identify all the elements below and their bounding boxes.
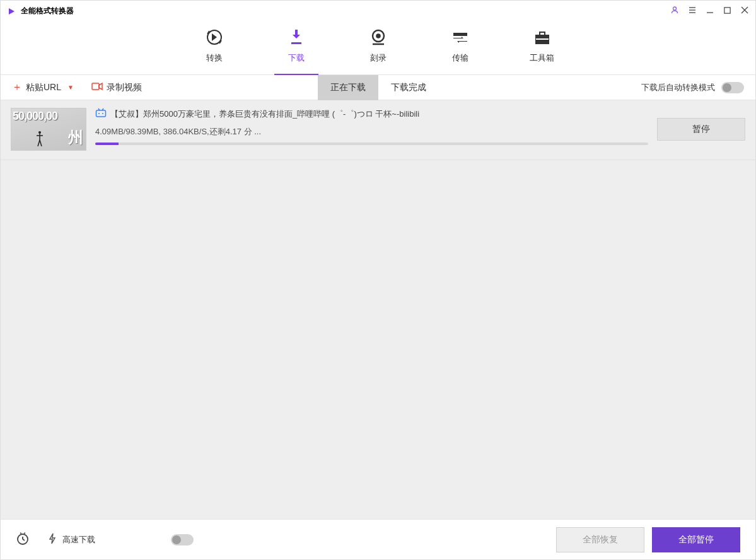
disc-icon <box>368 26 388 49</box>
svg-line-22 <box>40 140 42 146</box>
thumb-text: 50,000,00 <box>13 110 57 123</box>
nav-label: 刻录 <box>370 52 387 64</box>
main-nav: 转换 下载 刻录 传输 工具箱 <box>1 21 755 75</box>
svg-rect-17 <box>92 83 99 90</box>
menu-icon[interactable] <box>688 6 697 16</box>
nav-download[interactable]: 下载 <box>277 26 315 74</box>
toolbox-icon <box>532 26 552 49</box>
minimize-icon[interactable] <box>706 6 714 16</box>
download-progress-text: 4.09MB/98.39MB, 386.04KB/S,还剩4.17 分 ... <box>95 126 648 137</box>
svg-point-18 <box>38 131 41 134</box>
clock-icon[interactable] <box>16 532 30 547</box>
speed-toggle[interactable] <box>171 534 194 545</box>
svg-rect-13 <box>453 33 467 36</box>
video-thumbnail[interactable]: 50,000,00 州 <box>11 108 86 151</box>
download-title: 【艾叔】郑州5000万豪宅里，养条巨贵有没有排面_哔哩哔哩 (゜-゜)つロ 干杯… <box>110 108 419 120</box>
plus-icon: ＋ <box>12 81 22 94</box>
nav-convert[interactable]: 转换 <box>195 26 233 74</box>
svg-point-11 <box>376 35 380 38</box>
record-video-label: 录制视频 <box>107 82 142 93</box>
thumb-figure <box>37 131 43 146</box>
svg-point-0 <box>673 7 677 10</box>
svg-rect-9 <box>291 42 301 44</box>
convert-icon <box>204 26 224 49</box>
auto-convert-label: 下载后自动转换模式 <box>641 82 715 93</box>
app-title: 全能格式转换器 <box>21 6 74 16</box>
maximize-icon[interactable] <box>723 6 731 16</box>
bolt-icon <box>49 533 56 546</box>
nav-burn[interactable]: 刻录 <box>359 26 397 74</box>
app-logo-icon <box>7 7 16 16</box>
svg-rect-23 <box>96 110 106 117</box>
tab-label: 正在下载 <box>330 82 366 93</box>
user-icon[interactable] <box>670 6 679 16</box>
footer: 高速下载 全部恢复 全部暂停 <box>1 519 755 559</box>
bilibili-icon <box>95 108 107 120</box>
pause-button[interactable]: 暂停 <box>657 118 745 141</box>
nav-label: 工具箱 <box>530 52 554 64</box>
app-window: 全能格式转换器 转换 <box>0 0 756 560</box>
svg-line-31 <box>20 533 21 534</box>
progress-fill <box>95 143 119 145</box>
paste-url-label: 粘贴URL <box>26 82 61 93</box>
progress-bar <box>95 143 648 145</box>
pause-all-button[interactable]: 全部暂停 <box>652 527 740 552</box>
resume-all-label: 全部恢复 <box>583 534 618 545</box>
svg-rect-5 <box>724 7 730 13</box>
chevron-down-icon: ▼ <box>67 84 74 91</box>
svg-line-21 <box>38 140 40 146</box>
download-list: 50,000,00 州 【艾叔】郑州5000万豪宅里，养条巨贵有没有排面_哔哩哔… <box>1 100 755 519</box>
nav-transfer[interactable]: 传输 <box>441 26 479 74</box>
tab-completed[interactable]: 下载完成 <box>378 75 439 100</box>
download-icon <box>286 26 306 49</box>
tab-label: 下载完成 <box>391 82 426 93</box>
sub-toolbar: ＋ 粘贴URL ▼ 录制视频 正在下载 下载完成 下载后自动转换模式 <box>1 75 755 100</box>
nav-label: 转换 <box>206 52 223 64</box>
download-item: 50,000,00 州 【艾叔】郑州5000万豪宅里，养条巨贵有没有排面_哔哩哔… <box>1 100 755 160</box>
nav-toolbox[interactable]: 工具箱 <box>523 26 561 74</box>
record-video-button[interactable]: 录制视频 <box>91 82 142 93</box>
pause-label: 暂停 <box>692 124 710 135</box>
tab-downloading[interactable]: 正在下载 <box>318 75 378 100</box>
resume-all-button[interactable]: 全部恢复 <box>556 527 644 552</box>
transfer-icon <box>450 26 470 49</box>
nav-label: 下载 <box>288 52 305 64</box>
nav-label: 传输 <box>452 52 468 64</box>
svg-line-30 <box>23 539 25 540</box>
camera-icon <box>91 82 103 93</box>
close-icon[interactable] <box>740 6 749 16</box>
paste-url-button[interactable]: ＋ 粘贴URL ▼ <box>12 81 74 94</box>
svg-rect-15 <box>540 32 545 35</box>
titlebar: 全能格式转换器 <box>1 1 755 21</box>
svg-line-32 <box>24 533 25 534</box>
speed-label: 高速下载 <box>62 534 95 545</box>
auto-convert-toggle[interactable] <box>721 82 744 93</box>
pause-all-label: 全部暂停 <box>678 534 714 545</box>
thumb-char: 州 <box>68 127 83 148</box>
